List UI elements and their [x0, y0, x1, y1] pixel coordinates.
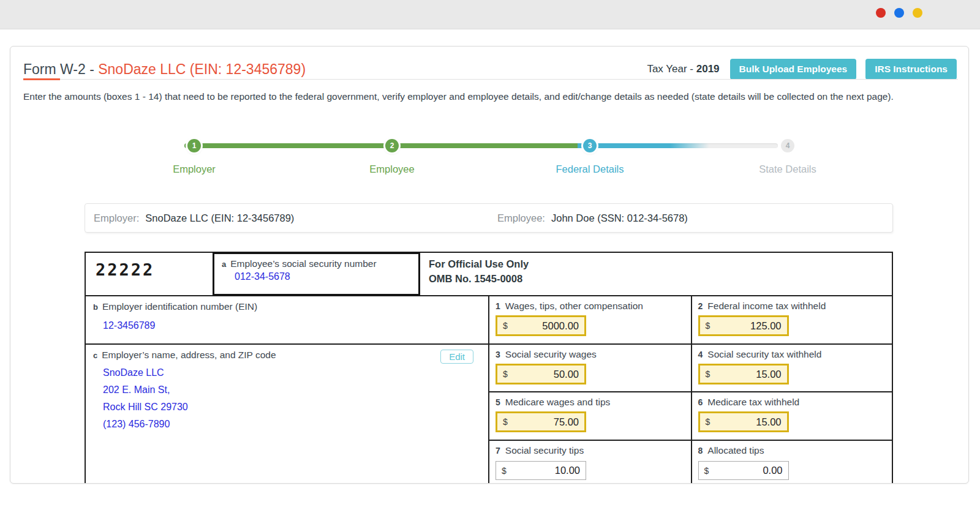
- box-5-medicare-wages: 5Medicare wages and tips $: [489, 392, 691, 440]
- employee-summary-label: Employee:: [497, 212, 545, 224]
- box-6-label: Medicare tax withheld: [707, 397, 799, 407]
- form-w2-card: Form W-2 - SnoDaze LLC (EIN: 12-3456789)…: [10, 46, 969, 484]
- box-6-number: 6: [698, 397, 703, 407]
- irs-instructions-button[interactable]: IRS Instructions: [865, 59, 957, 80]
- box-c-label: Employer’s name, address, and ZIP code: [102, 350, 276, 360]
- box-6-input[interactable]: $: [698, 411, 789, 432]
- box-5-label: Medicare wages and tips: [505, 397, 610, 407]
- box-1-wages: 1Wages, tips, other compensation $: [489, 296, 691, 343]
- edit-employer-button[interactable]: Edit: [440, 350, 473, 364]
- w2-control-number: 22222: [86, 253, 213, 295]
- step-label-employer[interactable]: Employer: [127, 163, 262, 175]
- box-2-number: 2: [698, 301, 703, 311]
- employer-summary-label: Employer:: [94, 212, 139, 224]
- box-1-label: Wages, tips, other compensation: [505, 301, 643, 311]
- box-4-input[interactable]: $: [698, 364, 789, 384]
- step-label-federal-details[interactable]: Federal Details: [522, 163, 657, 175]
- box-b-letter: b: [93, 302, 98, 312]
- box-b-label: Employer identification number (EIN): [102, 301, 257, 312]
- page-title-prefix: Form W-2 -: [23, 61, 98, 77]
- box-6-value-field[interactable]: [710, 416, 781, 428]
- employer-summary-value: SnoDaze LLC (EIN: 12-3456789): [145, 212, 294, 224]
- box-5-value-field[interactable]: [508, 416, 579, 428]
- box-2-label: Federal income tax withheld: [707, 301, 826, 311]
- box-5-number: 5: [496, 397, 500, 407]
- box-b-value: 12-3456789: [103, 320, 481, 331]
- w2-form-grid: 22222 aEmployee’s social security number…: [85, 252, 893, 484]
- box-2-value-field[interactable]: [710, 320, 781, 332]
- box-c-employer-name-address: cEmployer’s name, address, and ZIP code …: [86, 345, 488, 484]
- omb-number: OMB No. 1545-0008: [429, 272, 883, 287]
- yellow-dot-window-control[interactable]: [913, 8, 922, 18]
- employer-street-line: 202 E. Main St,: [103, 385, 481, 395]
- box-3-value-field[interactable]: [508, 369, 579, 380]
- box-3-input[interactable]: $: [496, 364, 586, 384]
- stepper-completed-segment: [184, 143, 580, 148]
- box-8-number: 8: [698, 446, 703, 456]
- step-circle-federal-details[interactable]: 3: [583, 139, 597, 152]
- box-3-number: 3: [496, 350, 500, 359]
- box-a-label: Employee’s social security number: [230, 258, 376, 269]
- box-4-number: 4: [698, 350, 703, 359]
- box-4-label: Social security tax withheld: [707, 349, 821, 359]
- progress-stepper: 1 2 3 4 Employer Employee Federal Detail…: [10, 131, 969, 186]
- box-5-input[interactable]: $: [496, 411, 586, 432]
- box-3-label: Social security wages: [505, 349, 597, 359]
- box-7-value-field[interactable]: [507, 465, 580, 476]
- box-7-currency-symbol: $: [502, 466, 507, 476]
- box-c-letter: c: [93, 351, 97, 360]
- box-8-input[interactable]: $: [698, 461, 789, 480]
- card-header: Form W-2 - SnoDaze LLC (EIN: 12-3456789)…: [23, 59, 957, 80]
- box-2-input[interactable]: $: [698, 315, 789, 336]
- box-a-employee-ssn: aEmployee’s social security number 012-3…: [213, 252, 420, 296]
- employer-employee-summary-bar: Employer: SnoDaze LLC (EIN: 12-3456789) …: [85, 203, 893, 233]
- box-8-label: Allocated tips: [707, 445, 764, 456]
- window-controls: [876, 8, 922, 18]
- box-8-allocated-tips: 8Allocated tips $: [691, 441, 892, 484]
- tax-year: Tax Year - 2019: [647, 63, 719, 75]
- box-4-value-field[interactable]: [710, 369, 781, 380]
- box-7-input[interactable]: $: [496, 461, 586, 480]
- employer-city-line: Rock Hill SC 29730: [103, 402, 481, 412]
- official-use-only: For Official Use Only OMB No. 1545-0008: [420, 253, 892, 295]
- box-6-medicare-tax: 6Medicare tax withheld $: [691, 392, 892, 440]
- box-1-number: 1: [496, 301, 500, 311]
- step-circle-employee[interactable]: 2: [385, 139, 399, 152]
- box-3-ss-wages: 3Social security wages $: [489, 345, 691, 391]
- employer-phone-line: (123) 456-7890: [103, 419, 481, 429]
- tax-year-label: Tax Year -: [647, 63, 696, 75]
- box-b-employer-ein: bEmployer identification number (EIN) 12…: [86, 296, 488, 345]
- instructions-text: Enter the amounts (boxes 1 - 14) that ne…: [23, 89, 946, 105]
- window-title-bar: [0, 0, 980, 29]
- tax-year-value: 2019: [696, 63, 720, 75]
- box-7-number: 7: [496, 446, 500, 456]
- box-6-currency-symbol: $: [706, 417, 710, 427]
- box-7-label: Social security tips: [505, 445, 584, 456]
- page-title-company: SnoDaze LLC (EIN: 12-3456789): [98, 61, 306, 77]
- box-3-currency-symbol: $: [503, 369, 508, 379]
- box-2-currency-symbol: $: [706, 321, 710, 331]
- box-8-value-field[interactable]: [709, 465, 782, 476]
- bulk-upload-employees-button[interactable]: Bulk Upload Employees: [730, 59, 857, 80]
- blue-dot-window-control[interactable]: [894, 8, 904, 18]
- box-7-ss-tips: 7Social security tips $: [489, 441, 691, 484]
- step-label-state-details[interactable]: State Details: [720, 163, 855, 175]
- employee-summary-value: John Doe (SSN: 012-34-5678): [551, 212, 688, 224]
- box-a-letter: a: [222, 260, 226, 269]
- box-a-value: 012-34-5678: [235, 271, 411, 282]
- box-1-value-field[interactable]: [508, 320, 579, 332]
- red-dot-window-control[interactable]: [876, 8, 886, 18]
- step-circle-state-details[interactable]: 4: [781, 139, 794, 152]
- employer-address-block: SnoDaze LLC 202 E. Main St, Rock Hill SC…: [103, 368, 481, 429]
- box-1-currency-symbol: $: [503, 321, 508, 331]
- box-1-input[interactable]: $: [496, 315, 586, 336]
- title-divider: [23, 78, 958, 80]
- employer-name-line: SnoDaze LLC: [103, 368, 481, 378]
- official-use-line1: For Official Use Only: [429, 257, 883, 272]
- box-2-federal-tax: 2Federal income tax withheld $: [691, 296, 892, 343]
- stepper-active-segment: [578, 143, 709, 148]
- step-label-employee[interactable]: Employee: [325, 163, 459, 175]
- box-4-currency-symbol: $: [706, 369, 710, 379]
- step-circle-employer[interactable]: 1: [187, 139, 201, 152]
- box-4-ss-tax: 4Social security tax withheld $: [691, 345, 892, 391]
